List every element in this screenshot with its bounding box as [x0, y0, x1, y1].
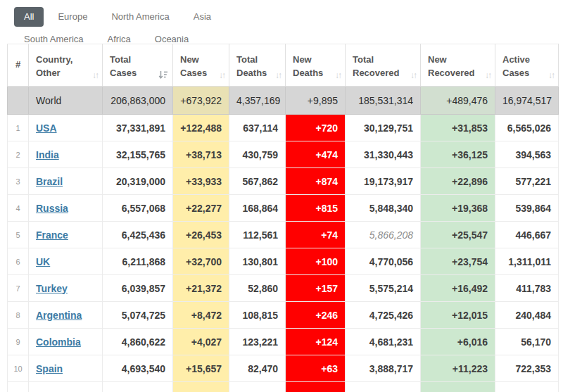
cell-active-cases: 722,353: [495, 355, 559, 382]
cell-total-cases: 4,860,622: [103, 329, 173, 355]
cell-new-recovered: +22,896: [421, 168, 495, 195]
cell-active-cases: 56,170: [495, 329, 559, 355]
cell-total-recovered: 4,770,056: [346, 248, 421, 275]
cell-total-recovered: 19,173,917: [346, 168, 421, 195]
cell-new-deaths: +246: [286, 302, 346, 329]
cell-rank: 8: [8, 302, 29, 329]
cell-total-deaths: 168,864: [229, 195, 286, 222]
cell-rank: [8, 87, 29, 115]
country-link[interactable]: Colombia: [36, 336, 81, 348]
tab-africa[interactable]: Africa: [98, 30, 141, 49]
cell-new-recovered: +19,368: [421, 195, 495, 222]
country-link[interactable]: Turkey: [36, 283, 68, 294]
cell-country: France: [29, 222, 103, 248]
cell-new-recovered: [421, 382, 495, 392]
col-header-rank: #: [8, 44, 29, 87]
cell-total-cases: 5,074,725: [103, 302, 173, 329]
cell-total-deaths: 130,801: [229, 248, 286, 275]
country-link[interactable]: USA: [36, 122, 57, 134]
col-header-total-deaths[interactable]: Total Deaths↓↑: [229, 44, 286, 87]
country-link[interactable]: Russia: [36, 203, 68, 214]
cell-total-deaths: 112,561: [229, 222, 286, 248]
cell-total-recovered: 185,531,314: [346, 87, 421, 115]
country-link[interactable]: India: [36, 149, 59, 160]
sort-toggle-icon: ↓↑: [410, 71, 416, 80]
cell-total-recovered: 5,848,340: [346, 195, 421, 222]
tab-oceania[interactable]: Oceania: [145, 30, 198, 49]
cell-total-deaths: 82,470: [229, 355, 286, 382]
country-link[interactable]: Argentina: [36, 310, 82, 321]
cell-rank: 1: [8, 115, 29, 141]
cell-active-cases: 446,667: [495, 222, 559, 248]
cell-active-cases: 1,311,011: [495, 248, 559, 275]
sort-toggle-icon: ↓↑: [335, 71, 341, 80]
column-label: Country, Other: [36, 53, 72, 80]
table-row: 5France6,425,436+26,453112,561+745,866,2…: [8, 222, 559, 248]
col-header-total-cases[interactable]: Total Cases: [103, 44, 173, 87]
col-header-new-recovered[interactable]: New Recovered↓↑: [421, 44, 495, 87]
cell-new-deaths: +720: [286, 115, 346, 141]
tab-asia[interactable]: Asia: [184, 7, 221, 27]
cell-new-deaths: +474: [286, 141, 346, 168]
cell-new-recovered: +12,015: [421, 302, 495, 329]
table-row: 7Turkey6,039,857+21,37252,860+1575,575,2…: [8, 275, 559, 302]
country-link[interactable]: Brazil: [36, 176, 63, 187]
cell-new-cases: [173, 382, 229, 392]
cell-total-cases: 4,693,540: [103, 355, 173, 382]
cell-country: World: [29, 87, 103, 115]
country-link[interactable]: France: [36, 229, 68, 241]
country-link[interactable]: UK: [36, 256, 50, 267]
cell-total-deaths: 52,860: [229, 275, 286, 302]
cell-total-deaths: [229, 382, 286, 392]
table-row: 1USA37,331,891+122,488637,114+72030,129,…: [8, 115, 559, 141]
covid-stats-table: #Country, Other↓↑Total CasesNew Cases↓↑T…: [7, 44, 559, 392]
col-header-new-cases[interactable]: New Cases↓↑: [173, 44, 229, 87]
table-row: 10Spain4,693,540+15,65782,470+633,888,71…: [8, 355, 559, 382]
cell-new-cases: +673,922: [173, 87, 229, 115]
tab-south-america[interactable]: South America: [14, 30, 94, 49]
cell-rank: 2: [8, 141, 29, 168]
cell-new-deaths: [286, 382, 346, 392]
cell-new-deaths: +9,895: [286, 87, 346, 115]
cell-rank: 3: [8, 168, 29, 195]
tab-europe[interactable]: Europe: [48, 7, 97, 27]
country-link[interactable]: Spain: [36, 363, 63, 374]
cell-rank: 10: [8, 355, 29, 382]
table-row: 2India32,155,765+38,713430,759+47431,330…: [8, 141, 559, 168]
cell-new-recovered: +6,016: [421, 329, 495, 355]
cell-new-deaths: +815: [286, 195, 346, 222]
cell-new-cases: +21,372: [173, 275, 229, 302]
cell-active-cases: 577,221: [495, 168, 559, 195]
table-row: 6UK6,211,868+32,700130,801+1004,770,056+…: [8, 248, 559, 275]
tab-all[interactable]: All: [14, 7, 44, 27]
cell-total-deaths: 123,221: [229, 329, 286, 355]
column-label: New Deaths: [293, 53, 323, 80]
cell-new-deaths: +63: [286, 355, 346, 382]
cell-new-recovered: +36,125: [421, 141, 495, 168]
cell-active-cases: 539,864: [495, 195, 559, 222]
cell-new-cases: +15,657: [173, 355, 229, 382]
cell-total-recovered: 4,681,231: [346, 329, 421, 355]
cell-new-cases: +38,713: [173, 141, 229, 168]
tab-north-america[interactable]: North America: [101, 7, 179, 27]
cell-rank: 7: [8, 275, 29, 302]
cell-country: Colombia: [29, 329, 103, 355]
cell-new-cases: +4,027: [173, 329, 229, 355]
cell-total-deaths: 637,114: [229, 115, 286, 141]
cell-total-cases: 32,155,765: [103, 141, 173, 168]
col-header-total-recovered[interactable]: Total Recovered↓↑: [346, 44, 421, 87]
cell-rank: 9: [8, 329, 29, 355]
cell-new-deaths: +124: [286, 329, 346, 355]
col-header-new-deaths[interactable]: New Deaths↓↑: [286, 44, 346, 87]
world-row: World206,863,000+673,9224,357,169+9,8951…: [8, 87, 559, 115]
col-header-country-other[interactable]: Country, Other↓↑: [29, 44, 103, 87]
header-row: #Country, Other↓↑Total CasesNew Cases↓↑T…: [8, 44, 559, 87]
col-header-active-cases[interactable]: Active Cases↓↑: [495, 44, 559, 87]
cell-total-cases: 6,425,436: [103, 222, 173, 248]
cell-country: Brazil: [29, 168, 103, 195]
cell-new-deaths: +100: [286, 248, 346, 275]
cell-new-recovered: +11,223: [421, 355, 495, 382]
cell-active-cases: [495, 382, 559, 392]
cell-new-cases: +33,933: [173, 168, 229, 195]
cell-total-deaths: 4,357,169: [229, 87, 286, 115]
